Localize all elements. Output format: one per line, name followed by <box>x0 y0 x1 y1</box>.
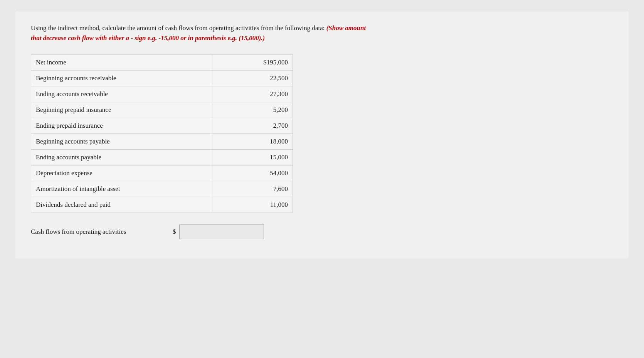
row-label: Beginning prepaid insurance <box>31 102 212 118</box>
row-label: Beginning accounts payable <box>31 134 212 150</box>
row-label: Ending prepaid insurance <box>31 118 212 134</box>
row-label: Amortization of intangible asset <box>31 181 212 197</box>
main-container: Using the indirect method, calculate the… <box>15 12 629 258</box>
table-row: Ending accounts receivable27,300 <box>31 86 293 102</box>
answer-label: Cash flows from operating activities <box>31 228 170 236</box>
row-value: 27,300 <box>212 86 293 102</box>
row-value: 22,500 <box>212 71 293 86</box>
row-label: Ending accounts receivable <box>31 86 212 102</box>
table-row: Amortization of intangible asset7,600 <box>31 181 293 197</box>
row-label: Depreciation expense <box>31 165 212 181</box>
cash-flows-input[interactable] <box>179 225 264 239</box>
row-value: $195,000 <box>212 55 293 71</box>
instructions-normal-text: Using the indirect method, calculate the… <box>31 24 325 32</box>
table-row: Depreciation expense54,000 <box>31 165 293 181</box>
row-value: 5,200 <box>212 102 293 118</box>
row-value: 2,700 <box>212 118 293 134</box>
row-label: Beginning accounts receivable <box>31 71 212 86</box>
data-table: Net income$195,000Beginning accounts rec… <box>31 54 293 213</box>
table-row: Beginning prepaid insurance5,200 <box>31 102 293 118</box>
row-value: 11,000 <box>212 197 293 213</box>
instructions: Using the indirect method, calculate the… <box>31 23 378 43</box>
row-value: 18,000 <box>212 134 293 150</box>
table-row: Ending accounts payable15,000 <box>31 150 293 165</box>
row-label: Net income <box>31 55 212 71</box>
table-row: Beginning accounts payable18,000 <box>31 134 293 150</box>
table-row: Beginning accounts receivable22,500 <box>31 71 293 86</box>
table-row: Ending prepaid insurance2,700 <box>31 118 293 134</box>
row-value: 7,600 <box>212 181 293 197</box>
row-value: 54,000 <box>212 165 293 181</box>
row-label: Dividends declared and paid <box>31 197 212 213</box>
table-row: Net income$195,000 <box>31 55 293 71</box>
answer-row: Cash flows from operating activities $ <box>31 225 613 239</box>
row-label: Ending accounts payable <box>31 150 212 165</box>
row-value: 15,000 <box>212 150 293 165</box>
dollar-sign: $ <box>173 228 176 236</box>
table-row: Dividends declared and paid11,000 <box>31 197 293 213</box>
